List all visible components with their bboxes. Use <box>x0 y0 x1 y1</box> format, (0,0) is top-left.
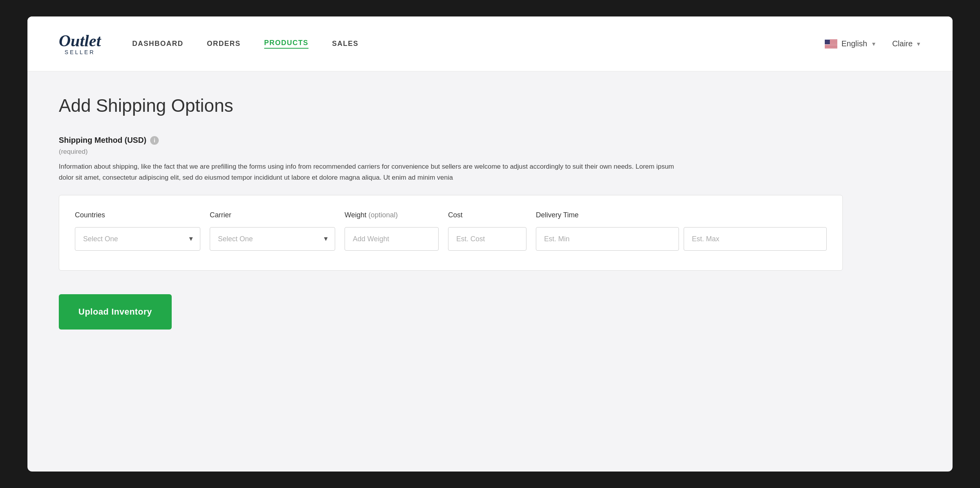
upload-inventory-button[interactable]: Upload Inventory <box>59 294 172 330</box>
nav-orders[interactable]: ORDERS <box>207 40 241 48</box>
col-header-carrier: Carrier <box>210 211 335 219</box>
col-header-weight: Weight (optional) <box>345 211 439 219</box>
countries-field-wrapper: Select One ▼ <box>75 227 200 251</box>
logo: Outlet SELLER <box>59 33 101 55</box>
delivery-min-input[interactable] <box>536 227 679 251</box>
main-nav: DASHBOARD ORDERS PRODUCTS SALES <box>132 39 825 49</box>
nav-sales[interactable]: SALES <box>332 40 359 48</box>
us-flag-icon <box>825 40 837 48</box>
language-selector[interactable]: English ▼ <box>825 39 876 48</box>
svg-rect-6 <box>825 47 837 47</box>
section-label-text: Shipping Method (USD) <box>59 136 146 145</box>
page-title: Add Shipping Options <box>59 95 921 116</box>
user-label: Claire <box>892 39 913 48</box>
weight-input[interactable] <box>345 227 439 251</box>
user-chevron-icon: ▼ <box>916 41 921 47</box>
col-label-countries: Countries <box>75 211 105 219</box>
app-window: Outlet SELLER DASHBOARD ORDERS PRODUCTS … <box>27 16 953 472</box>
col-label-cost: Cost <box>448 211 463 219</box>
cost-input[interactable] <box>448 227 526 251</box>
description-text: Information about shipping, like the fac… <box>59 161 686 183</box>
weight-field-wrapper <box>345 227 439 251</box>
nav-products[interactable]: PRODUCTS <box>264 39 309 49</box>
col-header-cost: Cost <box>448 211 526 219</box>
header: Outlet SELLER DASHBOARD ORDERS PRODUCTS … <box>27 16 953 71</box>
user-menu[interactable]: Claire ▼ <box>892 39 921 48</box>
cost-field-wrapper <box>448 227 526 251</box>
delivery-fields <box>536 227 827 251</box>
language-chevron-icon: ▼ <box>871 41 877 47</box>
col-label-carrier: Carrier <box>210 211 231 219</box>
svg-rect-5 <box>825 46 837 46</box>
col-header-delivery: Delivery Time <box>536 211 827 219</box>
table-header: Countries Carrier Weight (optional) Cost… <box>75 211 827 219</box>
countries-select[interactable]: Select One <box>75 227 200 251</box>
carrier-select[interactable]: Select One <box>210 227 335 251</box>
svg-rect-7 <box>825 40 830 44</box>
delivery-field-wrapper <box>536 227 827 251</box>
main-content: Add Shipping Options Shipping Method (US… <box>27 71 953 361</box>
col-header-countries: Countries <box>75 211 200 219</box>
shipping-table: Countries Carrier Weight (optional) Cost… <box>59 195 843 271</box>
required-text: (required) <box>59 148 921 156</box>
header-right: English ▼ Claire ▼ <box>825 39 921 48</box>
language-label: English <box>841 39 867 48</box>
weight-optional-text: (optional) <box>368 211 398 219</box>
delivery-max-input[interactable] <box>684 227 827 251</box>
section-label: Shipping Method (USD) i <box>59 136 921 145</box>
logo-text: Outlet <box>59 33 101 49</box>
logo-sub: SELLER <box>65 49 95 55</box>
info-icon[interactable]: i <box>150 136 159 145</box>
svg-rect-4 <box>825 44 837 45</box>
col-label-weight: Weight (optional) <box>345 211 398 219</box>
nav-dashboard[interactable]: DASHBOARD <box>132 40 183 48</box>
carrier-field-wrapper: Select One ▼ <box>210 227 335 251</box>
shipping-row: Select One ▼ Select One ▼ <box>75 227 827 251</box>
col-label-delivery: Delivery Time <box>536 211 579 219</box>
